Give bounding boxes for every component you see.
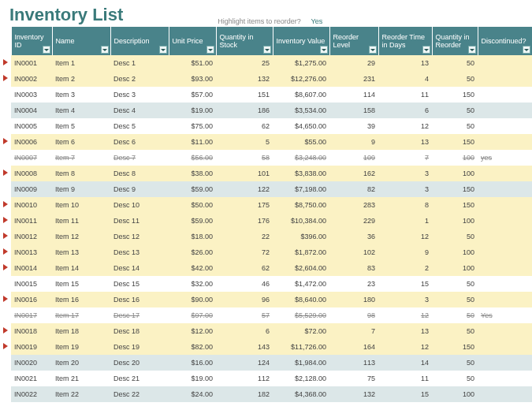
table-row[interactable]: IN0018Item 18Desc 18$12.006$72.0071350 [0, 323, 532, 339]
table-row[interactable]: IN0001Item 1Desc 1$51.0025$1,275.0029135… [0, 55, 532, 71]
page-title: Inventory List [9, 5, 123, 25]
column-header[interactable]: Reorder Time in Days [378, 27, 432, 55]
flag-cell [0, 197, 11, 213]
cell: 100 [432, 260, 478, 276]
cell: 15 [378, 386, 432, 402]
reorder-flag-icon [3, 343, 8, 349]
column-header-label: Quantity in Stock [220, 33, 254, 49]
table-row[interactable]: IN0009Item 9Desc 9$59.00122$7,198.008231… [0, 181, 532, 197]
cell: $7,198.00 [273, 181, 329, 197]
column-header-label: Unit Price [173, 37, 203, 45]
inventory-table: Inventory IDNameDescriptionUnit PriceQua… [0, 27, 532, 402]
cell: Desc 15 [110, 276, 169, 292]
cell: 39 [329, 118, 378, 134]
reorder-flag-icon [3, 138, 8, 144]
cell: $55.00 [273, 134, 329, 150]
highlight-value[interactable]: Yes [311, 17, 323, 25]
column-header[interactable]: Unit Price [169, 27, 216, 55]
table-row[interactable]: IN0003Item 3Desc 3$57.00151$8,607.001141… [0, 87, 532, 102]
filter-dropdown-icon[interactable] [369, 46, 377, 54]
cell: 132 [216, 71, 273, 87]
cell: Item 16 [52, 292, 110, 308]
cell [478, 71, 532, 87]
reorder-flag-icon [3, 264, 8, 270]
highlight-label: Highlight items to reorder? [218, 17, 301, 25]
filter-dropdown-icon[interactable] [320, 46, 328, 54]
cell: 50 [432, 371, 478, 386]
filter-dropdown-icon[interactable] [43, 46, 50, 54]
cell: $50.00 [169, 197, 216, 213]
column-header[interactable]: Inventory Value [273, 27, 329, 55]
cell: $1,472.00 [273, 276, 329, 292]
filter-dropdown-icon[interactable] [523, 46, 530, 54]
filter-dropdown-icon[interactable] [468, 46, 476, 54]
highlight-toggle: Highlight items to reorder? Yes [218, 17, 322, 25]
cell: Desc 1 [110, 55, 169, 71]
reorder-flag-icon [3, 233, 8, 239]
cell: 102 [329, 244, 378, 260]
cell [478, 118, 532, 134]
table-row[interactable]: IN0005Item 5Desc 5$75.0062$4,650.0039125… [0, 118, 532, 134]
table-row[interactable]: IN0021Item 21Desc 21$19.00112$2,128.0075… [0, 371, 532, 386]
cell: 36 [329, 229, 378, 244]
filter-dropdown-icon[interactable] [101, 46, 109, 54]
cell: $1,984.00 [273, 355, 329, 371]
table-row[interactable]: IN0016Item 16Desc 16$90.0096$8,640.00180… [0, 292, 532, 308]
table-row[interactable]: IN0017Item 17Desc 17$97.0057$5,529.00981… [0, 308, 532, 323]
column-header[interactable]: Discontinued? [478, 27, 532, 55]
table-row[interactable]: IN0014Item 14Desc 14$42.0062$2,604.00832… [0, 260, 532, 276]
column-header[interactable]: Name [52, 27, 110, 55]
cell: $12.00 [169, 323, 216, 339]
table-row[interactable]: IN0012Item 12Desc 12$18.0022$396.0036125… [0, 229, 532, 244]
cell: 9 [378, 244, 432, 260]
cell: $26.00 [169, 244, 216, 260]
flag-cell [0, 260, 11, 276]
cell: Item 20 [52, 355, 110, 371]
flag-cell [0, 371, 11, 386]
cell: 122 [216, 181, 273, 197]
table-row[interactable]: IN0019Item 19Desc 19$82.00143$11,726.001… [0, 339, 532, 355]
table-row[interactable]: IN0011Item 11Desc 11$59.00176$10,384.002… [0, 213, 532, 229]
table-row[interactable]: IN0002Item 2Desc 2$93.00132$12,276.00231… [0, 71, 532, 87]
flag-cell [0, 244, 11, 260]
table-row[interactable]: IN0022Item 22Desc 22$24.00182$4,368.0013… [0, 386, 532, 402]
table-row[interactable]: IN0020Item 20Desc 20$16.00124$1,984.0011… [0, 355, 532, 371]
cell: $32.00 [169, 276, 216, 292]
cell: Item 19 [52, 339, 110, 355]
reorder-flag-icon [3, 59, 8, 65]
cell [478, 134, 532, 150]
cell: 62 [216, 260, 273, 276]
cell: 62 [216, 118, 273, 134]
column-header[interactable]: Reorder Level [329, 27, 378, 55]
flag-cell [0, 308, 11, 323]
cell: $2,604.00 [273, 260, 329, 276]
filter-dropdown-icon[interactable] [422, 46, 430, 54]
column-header[interactable]: Quantity in Reorder [432, 27, 478, 55]
filter-dropdown-icon[interactable] [263, 46, 271, 54]
table-row[interactable]: IN0010Item 10Desc 10$50.00175$8,750.0028… [0, 197, 532, 213]
table-row[interactable]: IN0013Item 13Desc 13$26.0072$1,872.00102… [0, 244, 532, 260]
table-row[interactable]: IN0015Item 15Desc 15$32.0046$1,472.00231… [0, 276, 532, 292]
table-row[interactable]: IN0008Item 8Desc 8$38.00101$3,838.001623… [0, 166, 532, 181]
filter-dropdown-icon[interactable] [206, 46, 214, 54]
cell: Desc 20 [110, 355, 169, 371]
column-header[interactable]: Description [110, 27, 169, 55]
reorder-flag-icon [3, 217, 8, 223]
table-row[interactable]: IN0004Item 4Desc 4$19.00186$3,534.001586… [0, 102, 532, 118]
table-row[interactable]: IN0007Item 7Desc 7$56.0058$3,248.0010971… [0, 150, 532, 166]
cell: 12 [378, 339, 432, 355]
flag-cell [0, 134, 11, 150]
cell: 6 [216, 323, 273, 339]
column-header[interactable]: Inventory ID [11, 27, 52, 55]
cell: $82.00 [169, 339, 216, 355]
cell: $3,838.00 [273, 166, 329, 181]
column-header[interactable]: Quantity in Stock [216, 27, 273, 55]
flag-column [0, 27, 11, 55]
table-row[interactable]: IN0006Item 6Desc 6$11.005$55.00913150 [0, 134, 532, 150]
cell: Item 10 [52, 197, 110, 213]
cell: Item 7 [52, 150, 110, 166]
cell: 100 [432, 150, 478, 166]
filter-dropdown-icon[interactable] [159, 46, 167, 54]
cell: IN0003 [11, 87, 52, 102]
cell: 13 [378, 134, 432, 150]
